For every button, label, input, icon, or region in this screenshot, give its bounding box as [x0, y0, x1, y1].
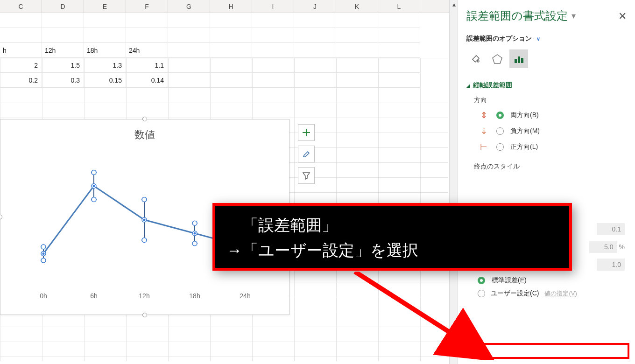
fill-line-tab[interactable] — [466, 49, 485, 68]
x-tick: 12h — [119, 292, 169, 300]
minus-icon: ⇣ — [478, 126, 490, 136]
fixed-value-input[interactable]: 0.1 — [597, 223, 625, 235]
svg-point-11 — [92, 197, 96, 202]
format-error-bars-pane: 誤差範囲の書式設定 ▾ ✕ 誤差範囲のオプション ∨ 縦軸誤差範囲 方向 ⇕ 両… — [458, 0, 635, 364]
effects-tab[interactable] — [488, 49, 507, 68]
x-tick: 18h — [169, 292, 220, 300]
svg-point-4 — [41, 258, 46, 263]
x-tick: 0h — [18, 292, 69, 300]
col-header-j[interactable]: J — [294, 0, 336, 13]
chart-filter-button[interactable] — [298, 167, 315, 184]
percent-symbol: % — [619, 243, 625, 251]
x-tick: 24h — [220, 292, 270, 300]
chart-handle-bottom[interactable] — [142, 313, 147, 317]
svg-marker-35 — [493, 55, 502, 63]
direction-both-label: 両方向(B) — [510, 111, 539, 119]
svg-point-20 — [143, 219, 146, 221]
cell[interactable]: h — [0, 43, 42, 58]
cell[interactable] — [336, 43, 378, 58]
specify-value-button[interactable]: 値の指定(V) — [544, 289, 577, 298]
cell[interactable] — [294, 13, 336, 28]
cell[interactable] — [126, 28, 168, 43]
pane-title-text: 誤差範囲の書式設定 — [466, 8, 568, 23]
svg-point-3 — [41, 245, 46, 249]
cell[interactable] — [210, 28, 252, 43]
callout-line1: 「誤差範囲」 — [226, 212, 558, 238]
cell[interactable] — [252, 13, 294, 28]
cell[interactable] — [168, 43, 210, 58]
col-header-i[interactable]: I — [252, 0, 294, 13]
col-header-e[interactable]: E — [84, 0, 126, 13]
svg-point-13 — [93, 185, 95, 187]
spreadsheet-area: C D E F G H I J K L h 12h 18h 24h 2 1.5 … — [0, 0, 458, 364]
user-defined-label: ユーザー設定(C) — [491, 289, 539, 298]
svg-point-18 — [142, 238, 147, 243]
pane-subtitle-text: 誤差範囲のオプション — [466, 35, 532, 42]
col-header-g[interactable]: G — [168, 0, 210, 13]
col-header-k[interactable]: K — [336, 0, 378, 13]
x-tick: 6h — [69, 292, 119, 300]
scroll-up-icon[interactable]: ▴ — [450, 0, 458, 8]
chart-title[interactable]: 数値 — [0, 128, 289, 142]
col-header-l[interactable]: L — [378, 0, 420, 13]
bar-chart-icon — [513, 53, 525, 65]
chart-handle-left[interactable] — [0, 215, 2, 219]
column-header-row: C D E F G H I J K L — [0, 0, 458, 13]
col-header-f[interactable]: F — [126, 0, 168, 13]
direction-minus-radio[interactable] — [496, 127, 504, 135]
cell[interactable] — [210, 13, 252, 28]
cell[interactable] — [84, 28, 126, 43]
cell[interactable] — [294, 43, 336, 58]
vertical-scrollbar[interactable]: ▴ — [449, 0, 458, 364]
col-header-c[interactable]: C — [0, 0, 42, 13]
chart-styles-button[interactable] — [298, 146, 315, 162]
vertical-error-bar-section[interactable]: 縦軸誤差範囲 — [466, 81, 628, 90]
percentage-input[interactable]: 5.0 — [589, 241, 617, 253]
pentagon-icon — [491, 53, 503, 65]
cell[interactable] — [0, 28, 42, 43]
pane-subtitle[interactable]: 誤差範囲のオプション ∨ — [466, 35, 628, 43]
cell[interactable] — [126, 13, 168, 28]
pane-title: 誤差範囲の書式設定 ▾ — [466, 8, 628, 23]
col-header-h[interactable]: H — [210, 0, 252, 13]
stderr-radio[interactable] — [478, 277, 485, 284]
cell[interactable] — [84, 13, 126, 28]
chart-element-button[interactable] — [298, 124, 315, 141]
stddev-input[interactable]: 1.0 — [597, 259, 625, 271]
cell[interactable] — [168, 13, 210, 28]
col-header-d[interactable]: D — [42, 0, 84, 13]
cell[interactable] — [378, 43, 420, 58]
close-icon[interactable]: ✕ — [618, 10, 627, 22]
cell[interactable] — [42, 28, 84, 43]
direction-both-radio[interactable] — [496, 112, 504, 119]
pane-tab-row — [466, 49, 628, 68]
chart-handle-top[interactable] — [142, 117, 147, 121]
brush-icon — [302, 149, 311, 159]
cell[interactable] — [252, 28, 294, 43]
svg-point-27 — [194, 232, 196, 235]
cell[interactable]: 18h — [84, 43, 126, 58]
cell[interactable] — [168, 28, 210, 43]
cell[interactable] — [378, 13, 420, 28]
cell[interactable] — [0, 13, 42, 28]
cell[interactable]: 12h — [42, 43, 84, 58]
cell[interactable] — [252, 43, 294, 58]
direction-plus-radio[interactable] — [496, 143, 504, 151]
end-style-label: 終点のスタイル — [474, 162, 628, 171]
cell[interactable] — [294, 28, 336, 43]
annotation-highlight — [473, 343, 629, 359]
svg-point-10 — [92, 170, 96, 175]
options-tab[interactable] — [509, 49, 528, 68]
cell[interactable] — [336, 28, 378, 43]
chevron-down-icon[interactable]: ▾ — [572, 11, 576, 21]
cell[interactable] — [336, 13, 378, 28]
user-defined-radio[interactable] — [478, 290, 485, 297]
svg-point-6 — [42, 252, 45, 255]
cell[interactable] — [210, 43, 252, 58]
cell[interactable] — [378, 28, 420, 43]
cell[interactable]: 24h — [126, 43, 168, 58]
cell[interactable] — [42, 13, 84, 28]
plus-icon — [302, 128, 311, 137]
both-icon: ⇕ — [478, 110, 490, 120]
callout-line2: →「ユーザー設定」を選択 — [226, 238, 558, 263]
